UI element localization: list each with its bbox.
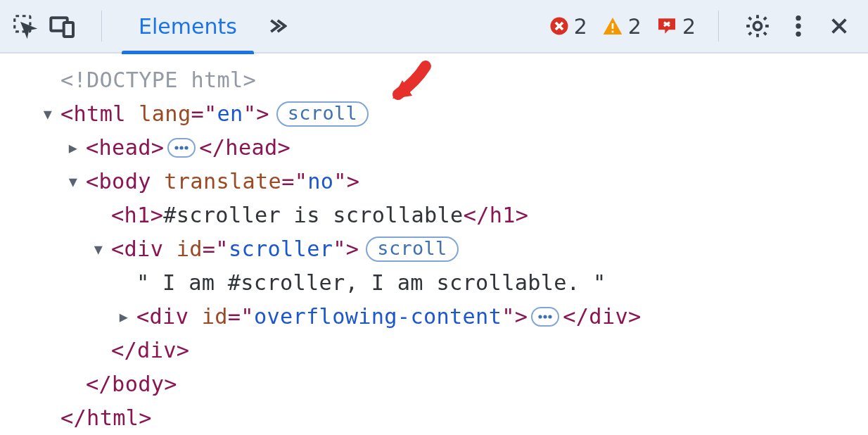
scroll-badge: scroll bbox=[276, 101, 369, 127]
scroll-badge: scroll bbox=[366, 237, 458, 262]
div-overflow-id-value: overflowing-content bbox=[254, 300, 502, 334]
svg-point-14 bbox=[544, 315, 547, 318]
warnings-count-value: 2 bbox=[628, 14, 642, 39]
close-icon[interactable] bbox=[820, 7, 858, 45]
html-lang-value: en bbox=[217, 97, 243, 131]
div-scroller-open-node[interactable]: <div id="scroller"> scroll bbox=[0, 232, 868, 266]
svg-point-13 bbox=[539, 315, 542, 318]
tab-elements[interactable]: Elements bbox=[122, 0, 254, 53]
tab-elements-label: Elements bbox=[139, 14, 237, 39]
text-node[interactable]: " I am #scroller, I am scrollable. " bbox=[0, 266, 868, 300]
warnings-count[interactable]: 2 bbox=[601, 14, 642, 39]
head-node[interactable]: <head> </head> bbox=[0, 131, 868, 165]
kebab-icon[interactable] bbox=[779, 7, 817, 45]
devtools-toolbar: Elements 2 2 2 bbox=[0, 0, 868, 53]
svg-point-15 bbox=[549, 315, 552, 318]
div-scroller-close-node[interactable]: </div> bbox=[0, 334, 868, 367]
device-toolbar-icon[interactable] bbox=[44, 7, 82, 45]
more-tabs-icon[interactable] bbox=[257, 7, 295, 45]
svg-rect-2 bbox=[64, 23, 73, 37]
disclosure-icon[interactable] bbox=[39, 97, 56, 131]
svg-point-9 bbox=[796, 32, 800, 37]
svg-rect-4 bbox=[611, 23, 613, 29]
ellipsis-icon[interactable] bbox=[167, 138, 196, 158]
ellipsis-icon[interactable] bbox=[531, 307, 559, 327]
errors-count-value: 2 bbox=[574, 14, 587, 39]
disclosure-icon[interactable] bbox=[90, 232, 107, 266]
html-close-node[interactable]: </html> bbox=[0, 401, 868, 435]
toolbar-divider bbox=[718, 11, 719, 42]
disclosure-icon[interactable] bbox=[65, 131, 82, 165]
h1-node[interactable]: <h1>#scroller is scrollable</h1> bbox=[0, 198, 868, 232]
issues-count-value: 2 bbox=[682, 14, 696, 39]
disclosure-icon[interactable] bbox=[65, 165, 82, 198]
errors-count[interactable]: 2 bbox=[549, 14, 587, 39]
elements-tree: <!DOCTYPE html> <html lang="en"> scroll … bbox=[0, 53, 868, 435]
div-scroller-id-value: scroller bbox=[229, 232, 333, 266]
div-overflow-node[interactable]: <div id="overflowing-content"> </div> bbox=[0, 300, 868, 334]
svg-point-7 bbox=[796, 15, 800, 20]
html-open-node[interactable]: <html lang="en"> scroll bbox=[0, 97, 868, 131]
scroller-text: " I am #scroller, I am scrollable. " bbox=[136, 266, 606, 300]
svg-point-11 bbox=[180, 146, 184, 149]
h1-text: #scroller is scrollable bbox=[163, 198, 463, 232]
toolbar-divider bbox=[101, 11, 102, 42]
inspect-icon[interactable] bbox=[6, 7, 44, 45]
doctype-text: <!DOCTYPE html> bbox=[60, 63, 256, 97]
body-close-node[interactable]: </body> bbox=[0, 367, 868, 401]
body-open-node[interactable]: <body translate="no"> bbox=[0, 165, 868, 198]
console-counts: 2 2 2 bbox=[549, 14, 698, 39]
svg-point-8 bbox=[796, 23, 800, 28]
svg-point-12 bbox=[185, 146, 189, 149]
gear-icon[interactable] bbox=[739, 7, 777, 45]
svg-point-10 bbox=[175, 146, 179, 149]
body-translate-value: no bbox=[307, 165, 333, 198]
svg-rect-5 bbox=[611, 31, 613, 33]
disclosure-icon[interactable] bbox=[115, 300, 132, 334]
svg-point-6 bbox=[753, 22, 761, 30]
issues-count[interactable]: 2 bbox=[656, 14, 696, 39]
doctype-node[interactable]: <!DOCTYPE html> bbox=[0, 63, 868, 97]
